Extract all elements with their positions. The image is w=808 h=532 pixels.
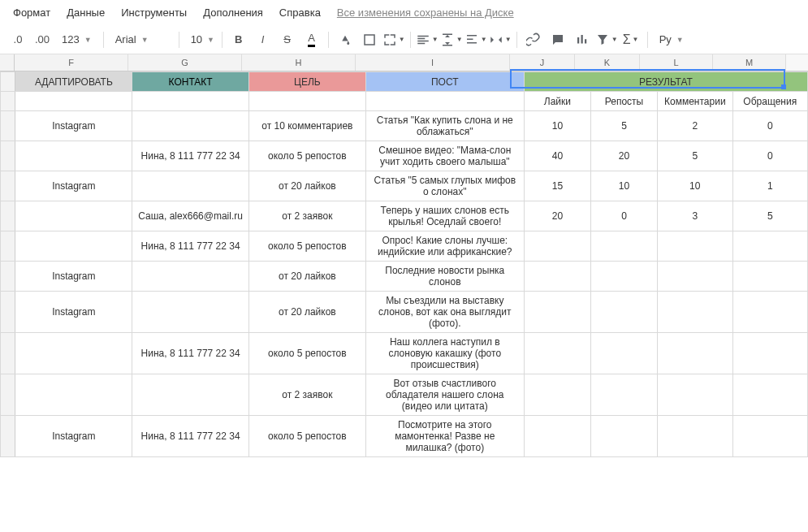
cell-contact[interactable]: Нина, 8 111 777 22 34 [132,416,249,457]
decrease-decimal-button[interactable]: .0 [6,28,29,51]
row-number[interactable] [1,231,15,262]
column-header-M[interactable]: M [713,54,786,71]
cell-post[interactable]: Мы съездили на выставку слонов, вот как … [365,292,524,333]
header-adapt[interactable]: АДАПТИРОВАТЬ [15,72,132,92]
cell-contact[interactable] [132,292,249,333]
cell-goal[interactable]: от 2 заявок [248,374,365,416]
row-number[interactable] [1,141,15,171]
cell-post[interactable]: Последние новости рынка слонов [365,262,524,292]
row-number[interactable] [1,333,15,374]
cell-contact[interactable]: Нина, 8 111 777 22 34 [132,333,249,374]
cell-comments[interactable] [658,231,732,262]
cell-comments[interactable]: 3 [658,201,732,231]
cell-adapt[interactable]: Instagram [15,292,132,333]
text-wrap-button[interactable]: ▼ [464,28,487,51]
row-number[interactable] [1,416,15,457]
cell-likes[interactable]: 20 [524,201,590,231]
strikethrough-button[interactable]: S [276,28,299,51]
cell-adapt[interactable] [15,231,132,262]
menu-addons[interactable]: Дополнения [197,3,270,22]
cell-likes[interactable] [524,333,590,374]
cell-requests[interactable]: 0 [732,111,808,141]
row-number[interactable] [1,111,15,141]
row-number[interactable] [1,92,15,111]
cell-reposts[interactable] [590,292,657,333]
row-number[interactable] [1,292,15,333]
row-number[interactable] [1,201,15,231]
cell-requests[interactable]: 5 [732,201,808,231]
cell-reposts[interactable] [590,416,657,457]
bold-button[interactable]: B [227,28,250,51]
cell-adapt[interactable] [15,374,132,416]
cell-contact[interactable] [132,262,249,292]
cell-likes[interactable]: 10 [524,111,590,141]
header-contact[interactable]: КОНТАКТ [132,72,249,92]
cell-likes[interactable] [524,262,590,292]
cell-comments[interactable] [658,292,732,333]
column-header-H[interactable]: H [242,54,356,71]
cell-contact[interactable] [132,111,249,141]
filter-button[interactable]: ▼ [595,28,618,51]
row-number[interactable] [1,171,15,201]
cell-likes[interactable] [524,416,590,457]
cell-likes[interactable] [524,374,590,416]
cell-likes[interactable]: 40 [524,141,590,171]
cell-adapt[interactable] [15,333,132,374]
column-header-G[interactable]: G [128,54,242,71]
subheader-2[interactable]: Комментарии [658,92,732,111]
column-header-K[interactable]: K [575,54,640,71]
cell-goal[interactable]: около 5 репостов [248,333,365,374]
subheader-1[interactable]: Репосты [590,92,657,111]
merge-cells-button[interactable]: ▼ [382,28,405,51]
cell-goal[interactable]: от 20 лайков [248,292,365,333]
cell-reposts[interactable] [590,262,657,292]
subheader-3[interactable]: Обращения [732,92,808,111]
cell-adapt[interactable]: Instagram [15,171,132,201]
row-number[interactable] [1,262,15,292]
menu-data[interactable]: Данные [60,3,111,22]
cell-likes[interactable] [524,231,590,262]
cell-comments[interactable] [658,262,732,292]
cell-post[interactable]: Смешное видео: "Мама-слон учит ходить св… [365,141,524,171]
cell-adapt[interactable]: Instagram [15,111,132,141]
cell-goal[interactable]: от 20 лайков [248,171,365,201]
cell-goal[interactable]: от 2 заявок [248,201,365,231]
cell-post[interactable]: Посмотрите на этого мамонтенка! Разве не… [365,416,524,457]
corner-cell[interactable] [0,54,15,71]
cell-reposts[interactable] [590,333,657,374]
header-post[interactable]: ПОСТ [365,72,524,92]
grid[interactable]: АДАПТИРОВАТЬКОНТАКТЦЕЛЬПОСТРЕЗУЛЬТАТЛайк… [0,71,808,457]
font-family-dropdown[interactable]: Arial▼ [109,29,174,50]
cell-post[interactable]: Наш коллега наступил в слоновую какашку … [365,333,524,374]
column-header-I[interactable]: I [356,54,510,71]
fill-color-button[interactable] [334,28,356,51]
column-header-F[interactable]: F [15,54,128,71]
cell-contact[interactable] [132,171,249,201]
header-result[interactable]: РЕЗУЛЬТАТ [524,72,807,92]
cell-comments[interactable]: 5 [658,141,732,171]
cell[interactable] [15,92,132,111]
text-rotation-button[interactable]: ▼ [489,28,512,51]
column-header-L[interactable]: L [640,54,713,71]
save-status[interactable]: Все изменения сохранены на Диске [331,3,521,22]
cell-goal[interactable]: около 5 репостов [248,141,365,171]
cell-reposts[interactable] [590,231,657,262]
horizontal-align-button[interactable]: ▼ [416,28,439,51]
increase-decimal-button[interactable]: .00 [31,28,54,51]
cell-goal[interactable]: около 5 репостов [248,416,365,457]
insert-chart-button[interactable] [571,28,594,51]
cell-comments[interactable]: 2 [658,111,732,141]
cell-comments[interactable]: 10 [658,171,732,201]
cell-adapt[interactable] [15,141,132,171]
text-color-button[interactable]: A [300,28,323,51]
cell-comments[interactable] [658,374,732,416]
cell-likes[interactable]: 15 [524,171,590,201]
cell-post[interactable]: Статья "Как купить слона и не облажаться… [365,111,524,141]
cell-requests[interactable] [732,262,808,292]
cell[interactable] [132,92,249,111]
cell-reposts[interactable] [590,374,657,416]
cell-contact[interactable]: Нина, 8 111 777 22 34 [132,231,249,262]
cell-adapt[interactable] [15,201,132,231]
row-number[interactable] [1,72,15,92]
cell-requests[interactable] [732,374,808,416]
